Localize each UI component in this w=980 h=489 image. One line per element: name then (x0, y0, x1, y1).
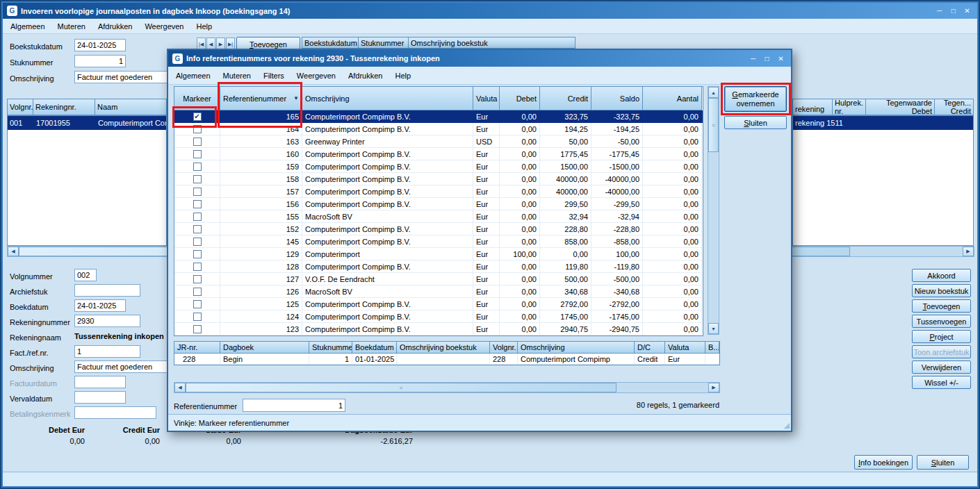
menu-help[interactable]: Help (190, 19, 219, 33)
reference-row[interactable]: 128Computerimport Compimp B.V.Eur0,00119… (174, 260, 703, 273)
detail-omschrijving-input[interactable] (74, 360, 172, 373)
reference-row[interactable]: 145Computerimport Compimp B.V.Eur0,00858… (174, 235, 703, 248)
header-aantal[interactable]: Aantal (643, 87, 702, 110)
markeer-cell[interactable] (174, 323, 220, 335)
journal-row[interactable]: 001 17001955 Computerimport Com (8, 116, 166, 130)
markeer-checkbox[interactable] (193, 163, 202, 171)
dialog-menu-algemeen[interactable]: Algemeen (170, 69, 217, 83)
header-stuknummer[interactable]: Stuknummer (309, 342, 352, 354)
header-rekeningnr[interactable]: Rekeningnr. (33, 99, 95, 115)
header-omschrijving-detail[interactable]: Omschrijving (518, 342, 635, 354)
header-hulprek-nr[interactable]: Hulprek. nr. (833, 99, 866, 115)
markeer-checkbox[interactable] (193, 263, 202, 271)
stuknummer-input[interactable] (74, 55, 126, 67)
header-valuta-detail[interactable]: Valuta (665, 342, 705, 354)
dialog-menu-help[interactable]: Help (389, 69, 417, 83)
maximize-icon[interactable]: □ (947, 6, 959, 16)
close-icon[interactable]: ✕ (961, 6, 973, 16)
dialog-scroll-thumb[interactable]: = (708, 98, 719, 152)
markeer-cell[interactable] (174, 160, 220, 173)
reference-row[interactable]: 126MacroSoft BVEur0,00340,68-340,680,00 (174, 285, 703, 298)
dialog-minimize-icon[interactable]: ─ (747, 53, 759, 64)
header-dc[interactable]: D/C (635, 342, 665, 354)
reference-row[interactable]: 164Computerimport Compimp B.V.Eur0,00194… (174, 123, 703, 135)
omschrijving-input[interactable] (74, 71, 172, 83)
header-volgnr[interactable]: Volgnr. (7, 99, 33, 115)
project-button[interactable]: Project (912, 330, 971, 343)
header-omschrijving-boekstuk[interactable]: Omschrijving boekstuk (397, 342, 490, 354)
factrefnr-input[interactable] (74, 345, 140, 358)
dialog-menu-muteren[interactable]: Muteren (217, 69, 257, 83)
reference-row[interactable]: 129ComputerimportEur100,000,00100,000,00 (174, 248, 703, 260)
reference-row[interactable]: 124Computerimport Compimp B.V.Eur0,00174… (174, 310, 703, 323)
boekstuk-header-datum[interactable]: Boekstukdatum (302, 37, 359, 49)
markeer-cell[interactable] (174, 298, 220, 310)
dialog-menu-filters[interactable]: Filters (257, 69, 291, 83)
resize-grip-icon[interactable]: ◢ (784, 421, 790, 430)
dialog-scroll-right-icon[interactable]: ▶ (708, 383, 719, 392)
markeer-cell[interactable] (174, 285, 220, 298)
reference-row[interactable]: 123Computerimport Compimp B.V.Eur0,00294… (174, 323, 703, 335)
volgnummer-input[interactable] (74, 269, 97, 281)
verwijderen-button[interactable]: Verwijderen (912, 360, 971, 374)
markeer-cell[interactable] (174, 223, 220, 235)
boekstukdatum-input[interactable] (74, 39, 126, 51)
header-tegenwaarde-credit[interactable]: Tegen... Credit (935, 99, 974, 115)
markeer-checkbox[interactable] (193, 288, 202, 296)
header-boekdatum[interactable]: Boekdatum (352, 342, 397, 354)
reference-row[interactable]: 158Computerimport Compimp B.V.Eur0,00400… (174, 173, 703, 185)
markeer-cell[interactable]: ✔ (174, 110, 220, 123)
markeer-cell[interactable] (174, 260, 220, 273)
dialog-scroll-left-icon[interactable]: ◀ (174, 383, 186, 392)
markeer-cell[interactable] (174, 273, 220, 285)
markeer-cell[interactable] (174, 148, 220, 160)
scroll-right-icon[interactable]: ▶ (963, 247, 974, 256)
akkoord-button[interactable]: Akkoord (912, 269, 971, 282)
markeer-checkbox[interactable] (193, 213, 202, 221)
markeer-cell[interactable] (174, 248, 220, 260)
markeer-cell[interactable] (174, 173, 220, 185)
header-credit[interactable]: Credit (540, 87, 591, 110)
dialog-close-icon[interactable]: ✕ (775, 53, 787, 64)
markeer-checkbox[interactable]: ✔ (193, 113, 202, 121)
markeer-checkbox[interactable] (193, 125, 202, 133)
dialog-menu-weergeven[interactable]: Weergeven (291, 69, 342, 83)
reference-row[interactable]: 157Computerimport Compimp B.V.Eur0,00400… (174, 185, 703, 198)
dialog-menu-afdrukken[interactable]: Afdrukken (342, 69, 389, 83)
boekstuk-header-omschrijving[interactable]: Omschrijving boekstuk (409, 37, 575, 49)
betalingskenmerk-input[interactable] (74, 406, 156, 419)
markeer-cell[interactable] (174, 185, 220, 198)
menu-afdrukken[interactable]: Afdrukken (92, 19, 139, 33)
markeer-cell[interactable] (174, 310, 220, 323)
header-debet[interactable]: Debet (500, 87, 540, 110)
rekeningnummer-input[interactable] (74, 315, 140, 327)
markeer-checkbox[interactable] (193, 138, 202, 146)
scroll-down-icon[interactable]: ▼ (708, 323, 719, 334)
markeer-checkbox[interactable] (193, 275, 202, 283)
booking-detail-row[interactable]: 228 Begin 1 01-01-2025 228 Computerimpor… (174, 354, 719, 365)
vervaldatum-input[interactable] (74, 391, 126, 404)
info-boekingen-button[interactable]: Info boekingen (854, 455, 913, 470)
reference-row[interactable]: 125Computerimport Compimp B.V.Eur0,00279… (174, 298, 703, 310)
markeer-checkbox[interactable] (193, 188, 202, 196)
reference-row[interactable]: ✔165Computerimport Compimp B.V.Eur0,0032… (174, 110, 703, 123)
reference-row[interactable]: 163Greenway PrinterUSD0,0050,00-50,000,0… (174, 135, 703, 148)
markeer-checkbox[interactable] (193, 238, 202, 246)
markeer-checkbox[interactable] (193, 225, 202, 233)
reference-row[interactable]: 160Computerimport Compimp B.V.Eur0,00177… (174, 148, 703, 160)
header-saldo[interactable]: Saldo (591, 87, 643, 110)
markeer-cell[interactable] (174, 123, 220, 135)
markeer-checkbox[interactable] (193, 250, 202, 258)
markeer-checkbox[interactable] (193, 175, 202, 183)
dialog-hscroll-thumb[interactable]: = (186, 383, 616, 392)
header-dagboek[interactable]: Dagboek (220, 342, 309, 354)
header-referentienummer[interactable]: Referentienummer▼ (220, 87, 302, 110)
menu-muteren[interactable]: Muteren (51, 19, 92, 33)
header-b[interactable]: B... (705, 342, 719, 354)
header-tegenwaarde-debet[interactable]: Tegenwaarde Debet (866, 99, 935, 115)
dialog-horizontal-scrollbar[interactable]: ◀ = ▶ (174, 382, 720, 393)
tussenvoegen-button[interactable]: Tussenvoegen (912, 315, 971, 328)
archiefstuk-input[interactable] (74, 284, 140, 297)
journal-row-right[interactable]: rekening 1511 (793, 116, 973, 130)
markeer-checkbox[interactable] (193, 313, 202, 321)
